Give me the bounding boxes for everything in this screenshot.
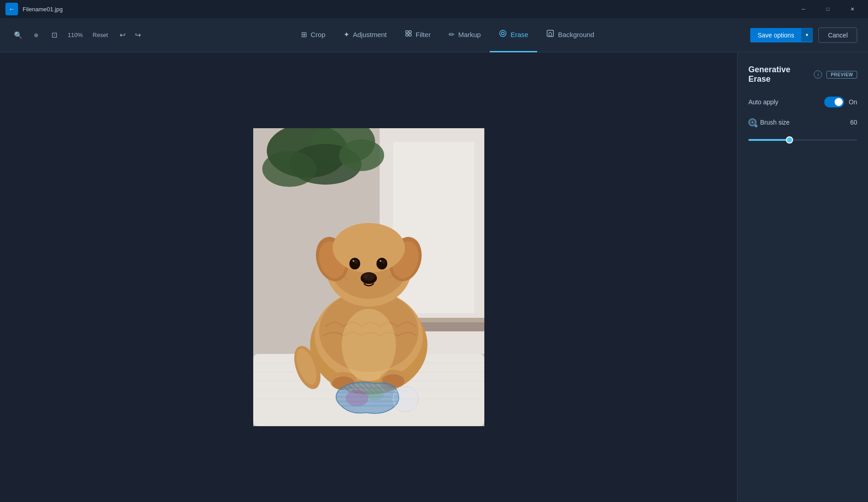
undo-icon: ↩ xyxy=(120,31,125,39)
svg-point-67 xyxy=(366,387,384,400)
svg-point-41 xyxy=(364,274,368,278)
save-options-button[interactable]: Save options ▾ xyxy=(750,28,813,42)
background-icon xyxy=(546,29,554,39)
toggle-knob xyxy=(835,98,843,106)
toolbar-right: Save options ▾ Cancel xyxy=(750,28,857,43)
svg-point-35 xyxy=(354,260,358,264)
tab-markup[interactable]: ✏ Markup xyxy=(440,18,490,52)
close-button[interactable]: ✕ xyxy=(842,2,863,16)
tab-filter-label: Filter xyxy=(416,31,431,38)
tab-background-label: Background xyxy=(558,31,594,38)
filter-icon xyxy=(405,30,412,39)
canvas-area xyxy=(0,52,737,502)
svg-point-66 xyxy=(346,390,368,406)
tab-erase[interactable]: Erase xyxy=(490,18,537,52)
fit-screen-icon: ⊡ xyxy=(51,31,57,39)
svg-point-13 xyxy=(262,151,316,187)
save-options-dropdown[interactable]: ▾ xyxy=(801,28,813,42)
svg-point-37 xyxy=(353,260,354,262)
toolbar: 🔍 ⊕ ⊡ 110% Reset ↩ ↪ ⊞ Crop ✦ Adjustment xyxy=(0,18,868,52)
markup-icon: ✏ xyxy=(449,30,455,39)
save-options-main[interactable]: Save options xyxy=(750,28,801,42)
cancel-button[interactable]: Cancel xyxy=(818,28,857,43)
tab-crop[interactable]: ⊞ Crop xyxy=(292,18,334,52)
tab-filter[interactable]: Filter xyxy=(396,18,440,52)
svg-rect-3 xyxy=(409,34,411,36)
preview-badge: PREVIEW xyxy=(826,71,857,79)
adjustment-icon: ✦ xyxy=(343,30,349,39)
brush-label-group: Brush size xyxy=(748,118,789,126)
undo-button[interactable]: ↩ xyxy=(115,28,130,42)
brush-size-icon xyxy=(748,118,757,126)
panel-title: Generative Erase xyxy=(748,65,809,84)
undo-redo-group: ↩ ↪ xyxy=(115,28,145,42)
svg-rect-2 xyxy=(406,34,408,36)
nav-tabs: ⊞ Crop ✦ Adjustment Filter ✏ Markup xyxy=(163,18,732,52)
image-container xyxy=(253,128,484,426)
minimize-button[interactable]: ─ xyxy=(793,2,814,16)
svg-point-14 xyxy=(339,139,384,171)
brush-size-slider[interactable] xyxy=(748,139,857,141)
auto-apply-toggle[interactable] xyxy=(824,97,844,107)
tab-adjustment[interactable]: ✦ Adjustment xyxy=(334,18,396,52)
photo-canvas[interactable] xyxy=(253,128,484,426)
svg-point-32 xyxy=(333,223,405,273)
brush-size-row: Brush size 60 xyxy=(748,118,857,126)
fit-screen-button[interactable]: ⊡ xyxy=(47,28,61,42)
main-content: Generative Erase i PREVIEW Auto apply On xyxy=(0,52,868,502)
auto-apply-row: Auto apply On xyxy=(748,97,857,107)
svg-rect-0 xyxy=(406,31,408,33)
maximize-button[interactable]: □ xyxy=(817,2,838,16)
svg-point-48 xyxy=(342,309,396,381)
svg-rect-1 xyxy=(409,31,411,33)
svg-point-34 xyxy=(376,258,387,270)
svg-point-71 xyxy=(752,121,754,124)
auto-apply-label: Auto apply xyxy=(748,98,778,106)
zoom-out-button[interactable]: 🔍 xyxy=(11,28,25,42)
brush-size-slider-container xyxy=(748,135,857,143)
reset-button[interactable]: Reset xyxy=(89,30,111,40)
zoom-out-icon: 🔍 xyxy=(14,31,23,39)
tab-adjustment-label: Adjustment xyxy=(353,31,387,38)
panel-header: Generative Erase i PREVIEW xyxy=(748,65,857,84)
svg-point-36 xyxy=(381,260,385,264)
right-panel: Generative Erase i PREVIEW Auto apply On xyxy=(737,52,868,502)
title-bar-left: ← Filename01.jpg xyxy=(5,3,63,15)
info-icon[interactable]: i xyxy=(814,70,822,79)
svg-point-4 xyxy=(500,30,506,37)
title-bar: ← Filename01.jpg ─ □ ✕ xyxy=(0,0,868,18)
window-title: Filename01.jpg xyxy=(23,6,63,13)
crop-icon: ⊞ xyxy=(301,30,307,39)
toggle-on-label: On xyxy=(849,98,857,106)
svg-point-33 xyxy=(349,258,360,270)
zoom-in-button[interactable]: ⊕ xyxy=(29,28,43,42)
tab-background[interactable]: Background xyxy=(537,18,603,52)
brush-size-value: 60 xyxy=(850,119,857,126)
erase-icon xyxy=(499,29,507,39)
svg-point-38 xyxy=(380,260,381,262)
tab-markup-label: Markup xyxy=(458,31,481,38)
zoom-level: 110% xyxy=(65,31,85,39)
window-controls: ─ □ ✕ xyxy=(793,2,863,16)
back-icon: ← xyxy=(9,5,15,13)
redo-icon: ↪ xyxy=(135,31,141,39)
zoom-in-icon: ⊕ xyxy=(34,32,38,38)
tab-crop-label: Crop xyxy=(311,31,325,38)
tab-erase-label: Erase xyxy=(511,31,528,38)
toggle-group: On xyxy=(824,97,857,107)
svg-point-5 xyxy=(501,32,504,35)
back-button[interactable]: ← xyxy=(5,3,18,15)
brush-size-label: Brush size xyxy=(760,119,789,126)
toolbar-left: 🔍 ⊕ ⊡ 110% Reset ↩ ↪ xyxy=(11,28,145,42)
redo-button[interactable]: ↪ xyxy=(130,28,145,42)
